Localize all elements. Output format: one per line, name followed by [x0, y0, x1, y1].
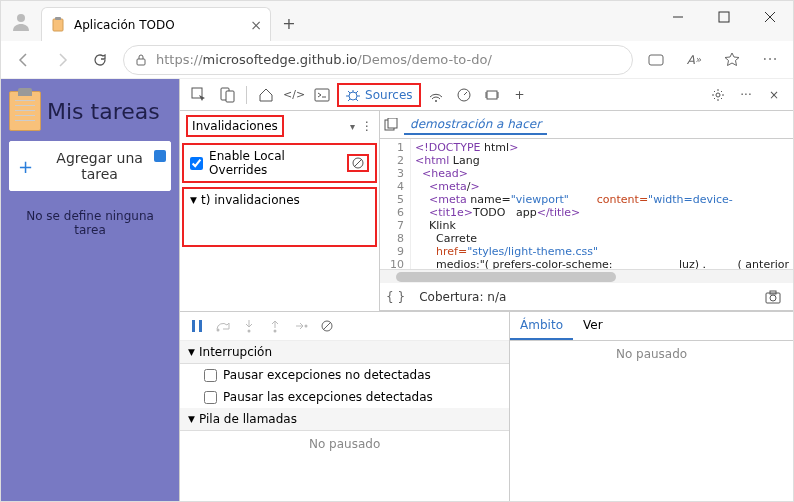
pause-caught-checkbox[interactable]	[204, 391, 217, 404]
performance-icon[interactable]	[451, 83, 477, 107]
watch-tab[interactable]: Ver	[573, 312, 613, 340]
network-icon[interactable]	[423, 83, 449, 107]
lock-icon	[134, 53, 148, 67]
tab-title: Aplicación TODO	[74, 18, 175, 32]
svg-rect-1	[53, 19, 63, 31]
favorite-button[interactable]	[717, 45, 747, 75]
devtools-close[interactable]: ×	[761, 83, 787, 107]
new-tab-button[interactable]: +	[275, 9, 303, 37]
svg-point-29	[274, 330, 277, 333]
step-out-button[interactable]	[264, 316, 286, 336]
svg-rect-4	[719, 12, 729, 22]
breakpoints-section[interactable]: ▼ Interrupción	[180, 341, 509, 364]
svg-point-13	[349, 92, 357, 100]
address-bar: https://microsoftedge.github.io/Demos/de…	[1, 41, 793, 79]
inspect-icon[interactable]	[186, 83, 212, 107]
svg-rect-2	[55, 17, 61, 20]
scope-tab[interactable]: Ámbito	[510, 312, 573, 340]
svg-line-19	[354, 159, 362, 167]
panel-menu[interactable]: ⋮	[361, 119, 373, 133]
svg-point-14	[435, 100, 437, 102]
elements-icon[interactable]: </>	[281, 83, 307, 107]
deactivate-breakpoints-button[interactable]	[316, 316, 338, 336]
svg-rect-26	[199, 320, 202, 332]
callstack-empty: No pausado	[180, 431, 509, 457]
navigator-panel: Invalidaciones ▾ ⋮ Enable Local Override…	[180, 111, 380, 311]
svg-point-27	[217, 329, 220, 332]
svg-rect-16	[487, 91, 497, 99]
code-editor[interactable]: 12345678910 <!DOCTYPE html><html Lang <h…	[380, 139, 793, 269]
close-icon[interactable]: ×	[250, 17, 262, 33]
svg-point-28	[248, 330, 251, 333]
welcome-icon[interactable]	[253, 83, 279, 107]
svg-rect-12	[315, 89, 329, 101]
chevron-down-icon: ▼	[190, 195, 197, 205]
device-icon[interactable]	[214, 83, 240, 107]
coverage-label: Cobertura: n/a	[413, 290, 765, 304]
window-titlebar: Aplicación TODO × +	[1, 1, 793, 41]
svg-point-0	[17, 14, 25, 22]
braces-icon[interactable]: { }	[386, 290, 405, 304]
editor-tab[interactable]: demostración a hacer	[404, 115, 547, 135]
svg-point-30	[305, 325, 308, 328]
pause-uncaught-checkbox[interactable]	[204, 369, 217, 382]
devtools-menu[interactable]: ···	[733, 83, 759, 107]
svg-line-32	[323, 322, 331, 330]
horizontal-scrollbar[interactable]	[380, 269, 793, 283]
devtools-toolbar: </> Sources + ··· ×	[180, 79, 793, 111]
maximize-button[interactable]	[701, 1, 747, 33]
memory-icon[interactable]	[479, 83, 505, 107]
source-editor-panel: demostración a hacer 12345678910 <!DOCTY…	[380, 111, 793, 311]
step-over-button[interactable]	[212, 316, 234, 336]
tree-folder[interactable]: ▼ t) invalidaciones	[190, 193, 369, 207]
minimize-button[interactable]	[655, 1, 701, 33]
page-title: Mis tareas	[47, 99, 160, 124]
clipboard-icon	[50, 17, 66, 33]
screenshot-icon[interactable]	[765, 290, 781, 304]
console-icon[interactable]	[309, 83, 335, 107]
add-task-button[interactable]: + Agregar una tarea	[9, 141, 171, 191]
step-button[interactable]	[290, 316, 312, 336]
sources-tab[interactable]: Sources	[337, 83, 420, 107]
back-button[interactable]	[9, 45, 39, 75]
more-tabs-button[interactable]: +	[507, 83, 533, 107]
read-aloud-icon[interactable]: A»	[679, 45, 709, 75]
pause-caught-row[interactable]: Pausar las excepciones detectadas	[180, 386, 509, 408]
step-into-button[interactable]	[238, 316, 260, 336]
app-icon[interactable]	[641, 45, 671, 75]
clipboard-icon	[9, 91, 41, 131]
page-content: Mis tareas + Agregar una tarea No se def…	[1, 79, 179, 501]
empty-state-text: No se define ninguna tarea	[9, 209, 171, 237]
devtools-panel: </> Sources + ··· × Invalidaciones ▾ ⋮	[179, 79, 793, 501]
profile-icon[interactable]	[1, 1, 41, 41]
bug-icon	[345, 87, 361, 103]
browser-tab[interactable]: Aplicación TODO ×	[41, 7, 271, 41]
svg-point-23	[770, 295, 776, 301]
svg-rect-8	[649, 55, 663, 65]
enable-overrides-checkbox[interactable]	[190, 157, 203, 170]
reload-button[interactable]	[85, 45, 115, 75]
close-window-button[interactable]	[747, 1, 793, 33]
url-input[interactable]: https://microsoftedge.github.io/Demos/de…	[123, 45, 633, 75]
pause-button[interactable]	[186, 316, 208, 336]
settings-icon[interactable]	[705, 83, 731, 107]
callstack-section[interactable]: ▼ Pila de llamadas	[180, 408, 509, 431]
scrollbar-thumb[interactable]	[396, 272, 616, 282]
clear-overrides-icon[interactable]	[347, 154, 369, 172]
pause-uncaught-row[interactable]: Pausar excepciones no detectadas	[180, 364, 509, 386]
file-nav-icon[interactable]	[384, 118, 398, 132]
svg-rect-21	[388, 118, 397, 128]
debugger-panel: ▼ Interrupción Pausar excepciones no det…	[180, 311, 793, 501]
forward-button[interactable]	[47, 45, 77, 75]
svg-rect-25	[192, 320, 195, 332]
enable-overrides-row[interactable]: Enable Local Overrides	[182, 143, 377, 183]
scope-empty: No pausado	[510, 341, 793, 367]
overrides-tree: ▼ t) invalidaciones	[182, 187, 377, 247]
chevron-down-icon[interactable]: ▾	[350, 121, 355, 132]
navigator-dropdown[interactable]: Invalidaciones	[186, 115, 284, 137]
svg-rect-11	[226, 91, 234, 102]
svg-point-17	[716, 93, 720, 97]
menu-button[interactable]: ···	[755, 45, 785, 75]
indicator-dot	[154, 150, 166, 162]
svg-rect-7	[137, 59, 145, 65]
